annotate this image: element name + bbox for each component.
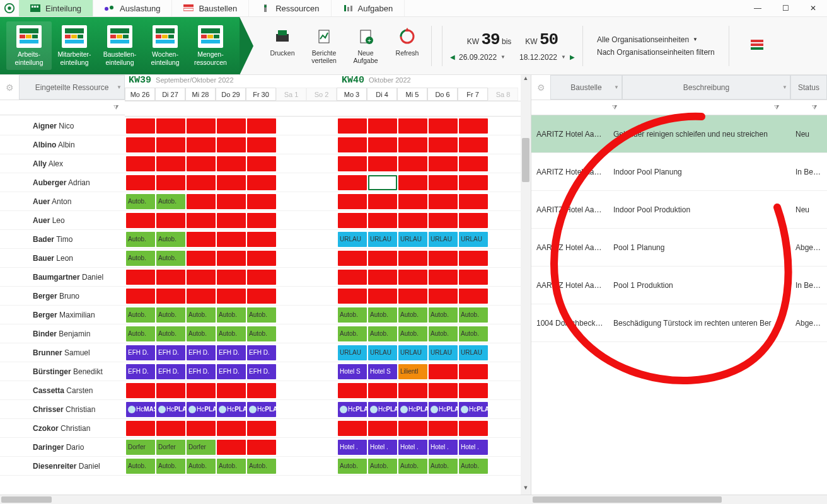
resource-row[interactable]: Bader Timo Autob.Autob.URLAUURLAUURLAUUR… xyxy=(0,230,531,249)
slot-assignment[interactable]: Autob. xyxy=(156,459,185,474)
slot-assignment[interactable]: HcPLAN xyxy=(429,402,458,417)
slot-assignment[interactable] xyxy=(338,270,367,285)
slot-assignment[interactable] xyxy=(247,421,276,436)
slot-assignment[interactable] xyxy=(217,194,246,209)
slot-assignment[interactable] xyxy=(338,194,367,209)
resource-row[interactable]: Auer Leo xyxy=(0,211,531,230)
slot-assignment[interactable] xyxy=(338,383,367,398)
slot-assignment[interactable]: Autob. xyxy=(126,232,155,247)
slot-assignment[interactable] xyxy=(368,383,397,398)
resource-row[interactable]: Bauer Leon Autob.Autob. xyxy=(0,249,531,268)
slot-assignment[interactable]: Autob. xyxy=(126,251,155,266)
chevron-down-icon[interactable]: ▼ xyxy=(500,54,506,60)
slot-assignment[interactable] xyxy=(217,156,246,171)
slot-assignment[interactable] xyxy=(429,383,458,398)
slot-assignment[interactable]: Autob. xyxy=(429,326,458,341)
slot-assignment[interactable] xyxy=(217,232,246,247)
slot-assignment[interactable] xyxy=(459,270,488,285)
org-unit-dropdown[interactable]: Alle Organisationseinheiten▼ xyxy=(597,35,715,44)
slot-assignment[interactable]: HcPLAN xyxy=(368,402,397,417)
slot-assignment[interactable]: Autob. xyxy=(338,307,367,323)
tab-auslastung[interactable]: Auslastung xyxy=(93,0,172,16)
slot-assignment[interactable]: HcPLAN xyxy=(398,402,427,417)
slot-assignment[interactable]: HcPLAN xyxy=(156,402,185,417)
left-scrollbar[interactable]: ▲ ▼ xyxy=(521,75,531,495)
ribbon-arbeits-
einteilung[interactable]: Arbeits- einteilung xyxy=(6,21,52,69)
slot-assignment[interactable] xyxy=(217,421,246,436)
slot-assignment[interactable] xyxy=(217,383,246,398)
day-header[interactable]: Mi 5 xyxy=(397,88,427,101)
slot-assignment[interactable] xyxy=(338,213,367,228)
slot-assignment[interactable] xyxy=(217,251,246,266)
slot-assignment[interactable]: HcPLAN xyxy=(217,402,246,417)
slot-assignment[interactable]: Autob. xyxy=(247,326,276,341)
slot-assignment[interactable]: EFH D. xyxy=(247,345,276,360)
slot-assignment[interactable] xyxy=(187,137,216,152)
slot-assignment[interactable] xyxy=(126,137,155,152)
scroll-thumb[interactable] xyxy=(522,138,529,182)
slot-assignment[interactable] xyxy=(429,251,458,266)
slot-assignment[interactable] xyxy=(187,232,216,247)
slot-assignment[interactable] xyxy=(429,194,458,209)
slot-assignment[interactable]: Autob. xyxy=(126,459,155,474)
slot-assignment[interactable]: EFH D. xyxy=(187,345,216,360)
slot-assignment[interactable] xyxy=(459,364,488,379)
slot-assignment[interactable] xyxy=(429,137,458,152)
day-header[interactable]: Sa 1 xyxy=(276,88,306,101)
resource-row[interactable]: Diesenreiter Daniel Autob.Autob.Autob.Au… xyxy=(0,457,531,476)
slot-assignment[interactable]: HcPLAN xyxy=(459,402,488,417)
task-row[interactable]: AARITZ Hotel Aaritz Pool 1 Produktion In… xyxy=(531,266,827,304)
slot-assignment[interactable] xyxy=(398,383,427,398)
slot-assignment[interactable]: Lilientl xyxy=(398,364,427,379)
slot-assignment[interactable]: Hotel . xyxy=(429,440,458,455)
slot-assignment[interactable]: Autob. xyxy=(156,326,185,341)
slot-assignment[interactable]: URLAU xyxy=(429,345,458,360)
slot-assignment[interactable] xyxy=(368,118,397,134)
slot-assignment[interactable] xyxy=(217,270,246,285)
slot-assignment[interactable] xyxy=(398,270,427,285)
ribbon-mengen-
ressourcen[interactable]: Mengen- ressourcen xyxy=(188,21,233,69)
slot-assignment[interactable]: Autob. xyxy=(338,326,367,341)
tool-neue
aufgabe[interactable]: +Neue Aufgabe xyxy=(345,26,386,66)
date-to-picker[interactable]: 18.12.2022▼▶ xyxy=(519,53,575,62)
slot-assignment[interactable]: HcPLAN xyxy=(247,402,276,417)
resource-row[interactable]: Czokor Christian xyxy=(0,419,531,438)
slot-assignment[interactable] xyxy=(156,421,185,436)
slot-assignment[interactable] xyxy=(126,289,155,304)
slot-assignment[interactable] xyxy=(429,364,458,379)
slot-assignment[interactable] xyxy=(368,421,397,436)
slot-assignment[interactable] xyxy=(187,156,216,171)
slot-assignment[interactable]: EFH D. xyxy=(217,345,246,360)
slot-assignment[interactable] xyxy=(156,156,185,171)
slot-assignment[interactable] xyxy=(156,213,185,228)
slot-assignment[interactable]: Autob. xyxy=(459,459,488,474)
slot-assignment[interactable]: Dorfer xyxy=(156,440,185,455)
slot-assignment[interactable]: Autob. xyxy=(247,459,276,474)
filter-icon[interactable]: ⧩ xyxy=(113,104,121,112)
slot-assignment[interactable] xyxy=(247,118,276,134)
slot-assignment[interactable]: Autob. xyxy=(156,251,185,266)
task-row[interactable]: AARITZ Hotel Aaritz Indoor Pool Produkti… xyxy=(531,191,827,229)
slot-assignment[interactable] xyxy=(338,175,367,190)
slot-assignment[interactable]: Autob. xyxy=(156,232,185,247)
slot-assignment[interactable] xyxy=(247,251,276,266)
slot-assignment[interactable] xyxy=(429,118,458,134)
slot-assignment[interactable]: HcPLAN xyxy=(187,402,216,417)
slot-assignment[interactable] xyxy=(156,137,185,152)
slot-assignment[interactable] xyxy=(459,156,488,171)
slot-assignment[interactable] xyxy=(459,137,488,152)
slot-assignment[interactable] xyxy=(368,194,397,209)
slot-assignment[interactable]: Autob. xyxy=(429,307,458,323)
slot-assignment[interactable] xyxy=(156,270,185,285)
resource-row[interactable]: Auer Anton Autob.Autob. xyxy=(0,192,531,211)
tab-aufgaben[interactable]: Aufgaben xyxy=(332,0,405,16)
slot-assignment[interactable] xyxy=(126,175,155,190)
slot-assignment[interactable] xyxy=(126,118,155,134)
beschreibung-column-header[interactable]: Beschreibung▼ xyxy=(622,75,790,100)
slot-assignment[interactable]: Autob. xyxy=(217,326,246,341)
day-header[interactable]: Do 6 xyxy=(427,88,458,101)
slot-assignment[interactable] xyxy=(156,289,185,304)
resource-row[interactable]: Berger Bruno xyxy=(0,287,531,306)
org-icon-button[interactable] xyxy=(737,34,777,57)
slot-assignment[interactable] xyxy=(247,194,276,209)
